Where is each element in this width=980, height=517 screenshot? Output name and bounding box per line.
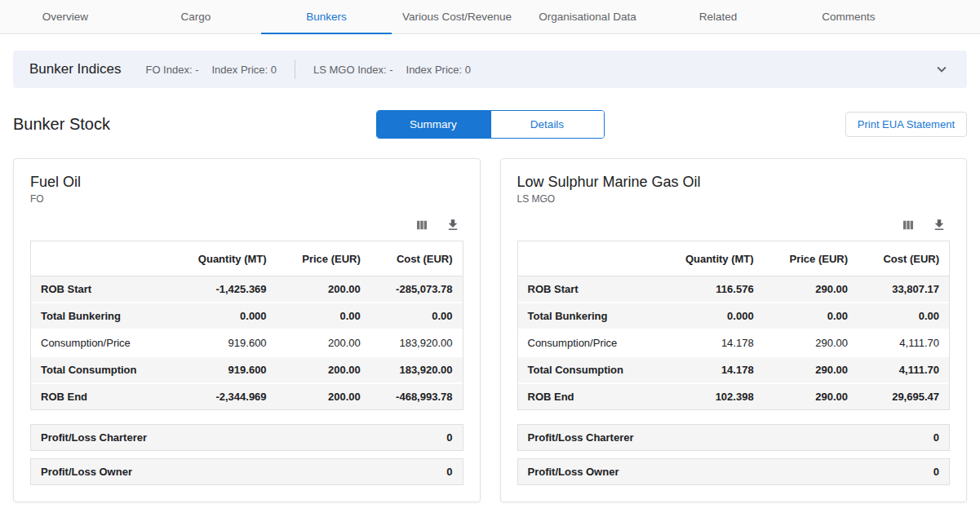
cell-quantity: 116.576 <box>657 276 763 303</box>
header-cost: Cost (EUR) <box>370 241 463 276</box>
cell-price: 290.00 <box>764 383 858 409</box>
profit-loss-owner-row: Profit/Loss Owner 0 <box>30 458 463 485</box>
details-toggle-button[interactable]: Details <box>490 111 604 138</box>
tab-organisational-data[interactable]: Organisational Data <box>522 0 653 33</box>
download-icon[interactable] <box>446 218 460 232</box>
fuel-oil-card: Fuel Oil FO Quantity (MT) Price (EUR) Co… <box>13 158 481 502</box>
bunker-table: Quantity (MT) Price (EUR) Cost (EUR) ROB… <box>30 241 463 410</box>
tab-various-cost-revenue[interactable]: Various Cost/Revenue <box>392 0 522 33</box>
view-toggle-group: Summary Details <box>376 110 605 139</box>
download-icon[interactable] <box>932 218 947 232</box>
cell-price: 290.00 <box>764 356 858 383</box>
cell-cost: 183,920.00 <box>370 356 463 383</box>
table-header-row: Quantity (MT) Price (EUR) Cost (EUR) <box>518 241 950 276</box>
tab-comments[interactable]: Comments <box>783 0 914 33</box>
cell-cost: 0.00 <box>858 303 949 329</box>
cell-cost: 183,920.00 <box>370 329 463 356</box>
cell-cost: -468,993.78 <box>370 383 463 409</box>
cell-cost: 0.00 <box>370 303 463 329</box>
header-cost: Cost (EUR) <box>858 241 949 276</box>
cell-price: 200.00 <box>277 383 370 409</box>
row-label: ROB End <box>518 383 658 409</box>
row-label: Total Consumption <box>518 356 658 383</box>
tab-overview[interactable]: Overview <box>0 0 131 33</box>
cell-quantity: 14.178 <box>657 329 763 356</box>
cell-quantity: -2,344.969 <box>171 383 277 409</box>
profit-loss-charterer-row: Profit/Loss Charterer 0 <box>30 424 463 451</box>
fo-index-label: FO Index: - <box>145 64 198 76</box>
cell-quantity: -1,425.369 <box>171 276 277 303</box>
bunker-indices-bar: Bunker Indices FO Index: - Index Price: … <box>13 51 967 88</box>
cell-price: 200.00 <box>277 276 370 303</box>
card-title: Fuel Oil <box>30 174 463 191</box>
header-price: Price (EUR) <box>277 241 370 276</box>
cell-quantity: 102.398 <box>657 383 763 409</box>
header-price: Price (EUR) <box>764 241 858 276</box>
table-row: ROB End 102.398 290.00 29,695.47 <box>518 383 950 409</box>
table-row: Consumption/Price 14.178 290.00 4,111.70 <box>518 329 950 356</box>
card-subtitle: LS MGO <box>517 193 951 205</box>
lsmgo-index-label: LS MGO Index: - <box>313 64 393 76</box>
profit-value: 0 <box>933 466 939 478</box>
tab-cargo[interactable]: Cargo <box>131 0 261 33</box>
cell-quantity: 14.178 <box>657 356 763 383</box>
table-header-row: Quantity (MT) Price (EUR) Cost (EUR) <box>31 241 463 276</box>
bunker-indices-title: Bunker Indices <box>29 61 121 77</box>
cell-quantity: 0.000 <box>171 303 277 329</box>
row-label: ROB End <box>31 383 171 409</box>
table-row: Total Bunkering 0.000 0.00 0.00 <box>31 303 463 329</box>
tab-related[interactable]: Related <box>653 0 783 33</box>
cell-quantity: 0.000 <box>657 303 763 329</box>
profit-label: Profit/Loss Charterer <box>41 431 147 444</box>
fo-index-price-label: Index Price: 0 <box>211 64 277 76</box>
print-eua-statement-button[interactable]: Print EUA Statement <box>845 112 967 137</box>
row-label: Total Bunkering <box>31 303 171 329</box>
summary-toggle-button[interactable]: Summary <box>377 111 490 138</box>
table-row: ROB Start 116.576 290.00 33,807.17 <box>518 276 950 303</box>
profit-label: Profit/Loss Charterer <box>528 431 634 444</box>
cell-cost: 33,807.17 <box>858 276 949 303</box>
header-blank <box>518 241 658 276</box>
cell-price: 0.00 <box>764 303 858 329</box>
lsmgo-index-price-label: Index Price: 0 <box>406 64 472 76</box>
table-row: Consumption/Price 919.600 200.00 183,920… <box>31 329 463 356</box>
card-subtitle: FO <box>30 193 463 205</box>
row-label: ROB Start <box>31 276 171 303</box>
cell-cost: 4,111.70 <box>858 329 949 356</box>
card-toolbar <box>521 218 947 232</box>
profit-label: Profit/Loss Owner <box>528 466 619 478</box>
cell-cost: 29,695.47 <box>858 383 949 409</box>
table-row: Total Consumption 14.178 290.00 4,111.70 <box>518 356 950 383</box>
profit-value: 0 <box>446 466 452 478</box>
cell-price: 0.00 <box>277 303 370 329</box>
tab-bar: Overview Cargo Bunkers Various Cost/Reve… <box>0 0 980 34</box>
row-label: Consumption/Price <box>518 329 658 356</box>
profit-label: Profit/Loss Owner <box>41 466 132 478</box>
tab-bunkers[interactable]: Bunkers <box>261 0 392 33</box>
chevron-down-icon[interactable] <box>933 60 951 78</box>
divider <box>295 60 295 79</box>
card-title: Low Sulphur Marine Gas Oil <box>517 174 951 191</box>
cell-price: 200.00 <box>277 329 370 356</box>
table-row: Total Bunkering 0.000 0.00 0.00 <box>518 303 950 329</box>
cell-price: 290.00 <box>764 276 858 303</box>
bunker-cards: Fuel Oil FO Quantity (MT) Price (EUR) Co… <box>13 158 967 502</box>
view-columns-icon[interactable] <box>901 218 916 232</box>
bunker-stock-header: Bunker Stock Summary Details Print EUA S… <box>13 109 967 139</box>
row-label: Total Consumption <box>31 356 171 383</box>
profit-loss-charterer-row: Profit/Loss Charterer 0 <box>517 424 951 451</box>
row-label: ROB Start <box>518 276 658 303</box>
table-row: ROB End -2,344.969 200.00 -468,993.78 <box>31 383 463 409</box>
cell-price: 290.00 <box>764 329 858 356</box>
view-columns-icon[interactable] <box>415 218 429 232</box>
page-title: Bunker Stock <box>13 115 110 134</box>
header-blank <box>31 241 171 276</box>
table-row: ROB Start -1,425.369 200.00 -285,073.78 <box>31 276 463 303</box>
cell-quantity: 919.600 <box>171 356 277 383</box>
ls-mgo-card: Low Sulphur Marine Gas Oil LS MGO Quanti… <box>500 158 968 502</box>
bunker-table: Quantity (MT) Price (EUR) Cost (EUR) ROB… <box>517 241 951 410</box>
profit-value: 0 <box>933 431 939 444</box>
cell-price: 200.00 <box>277 356 370 383</box>
row-label: Consumption/Price <box>31 329 171 356</box>
profit-loss-owner-row: Profit/Loss Owner 0 <box>517 458 951 485</box>
